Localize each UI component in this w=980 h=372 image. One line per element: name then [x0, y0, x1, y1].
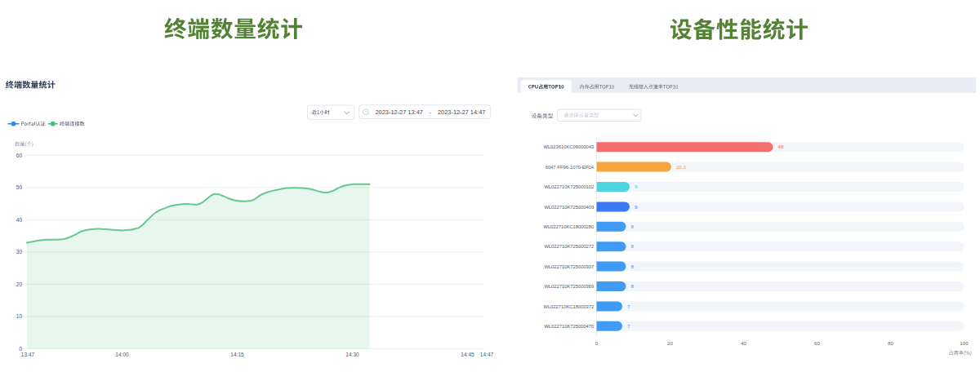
svg-text:WL023610KC06000043: WL023610KC06000043 [543, 144, 594, 149]
svg-text:30: 30 [16, 249, 23, 255]
svg-text:48: 48 [778, 144, 784, 149]
svg-text:7: 7 [627, 323, 630, 329]
svg-text:14:47: 14:47 [480, 352, 494, 357]
svg-text:WL022710K725000102: WL022710K725000102 [544, 184, 594, 189]
svg-text:2023-12-27 14:47: 2023-12-27 14:47 [438, 108, 485, 116]
svg-text:0: 0 [19, 346, 22, 352]
svg-text:80: 80 [888, 340, 893, 346]
svg-text:14:15: 14:15 [230, 352, 244, 357]
svg-text:WL022710K725000307: WL022710K725000307 [544, 264, 594, 269]
svg-text:9: 9 [635, 204, 638, 210]
svg-text:6047-FF96-1070-EF0A: 6047-FF96-1070-EF0A [546, 165, 595, 170]
svg-text:10: 10 [16, 313, 23, 319]
svg-text:8: 8 [631, 243, 635, 249]
svg-text:50: 50 [16, 184, 23, 190]
svg-text:WL022710K725000409: WL022710K725000409 [544, 205, 594, 210]
svg-text:WL022710K725000369: WL022710K725000369 [544, 284, 594, 289]
svg-text:40: 40 [16, 217, 23, 223]
svg-text:40: 40 [741, 340, 746, 346]
svg-text:20: 20 [16, 281, 23, 287]
svg-text:14:00: 14:00 [115, 352, 129, 357]
svg-text:2023-12-27 13:47: 2023-12-27 13:47 [376, 108, 423, 116]
svg-text:8: 8 [631, 224, 635, 229]
svg-text:100: 100 [960, 340, 969, 346]
svg-text:20.3: 20.3 [676, 164, 687, 170]
svg-text:60: 60 [814, 340, 820, 346]
svg-text:WL022710K725000272: WL022710K725000272 [544, 244, 594, 249]
svg-text:60: 60 [16, 153, 23, 158]
svg-text:14:45: 14:45 [461, 352, 474, 357]
svg-text:9: 9 [635, 184, 638, 189]
svg-text:WL022710KC18000372: WL022710KC18000372 [543, 304, 594, 309]
svg-text:14:30: 14:30 [345, 352, 359, 357]
svg-text:8: 8 [631, 283, 635, 289]
svg-text:0: 0 [595, 340, 599, 346]
svg-text:8: 8 [631, 264, 635, 269]
svg-text:20: 20 [667, 340, 673, 346]
svg-text:13:47: 13:47 [21, 352, 35, 357]
svg-text:7: 7 [627, 303, 630, 309]
svg-text:WL022710KC18000280: WL022710KC18000280 [543, 224, 594, 229]
svg-text:WL022710K725000470: WL022710K725000470 [544, 324, 594, 329]
